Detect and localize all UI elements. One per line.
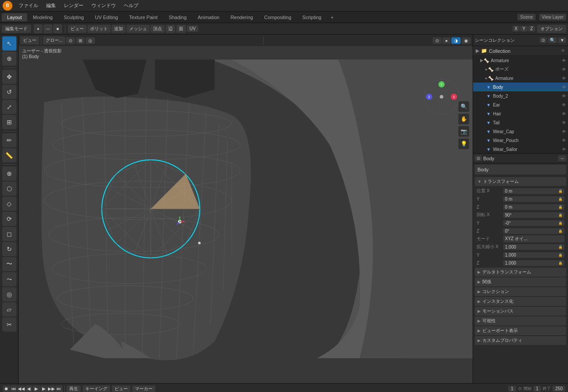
- bevel-tool[interactable]: ◇: [2, 197, 16, 211]
- options-button[interactable]: オプション: [537, 25, 566, 33]
- outliner-funnel-btn[interactable]: ▼: [558, 37, 566, 43]
- tab-modeling[interactable]: Modeling: [28, 13, 58, 21]
- tab-rendering[interactable]: Rendering: [225, 13, 258, 21]
- marker-menu[interactable]: マーカー: [132, 385, 155, 392]
- wear-cap-eye[interactable]: 👁: [562, 129, 566, 134]
- rot-z-field[interactable]: 0° 🔒: [503, 228, 564, 234]
- select-tool[interactable]: ↖: [2, 36, 16, 51]
- add-menu[interactable]: 追加: [111, 25, 126, 33]
- lamp-viewport-btn[interactable]: 💡: [458, 139, 469, 149]
- visibility-section[interactable]: ▶ 可視性: [475, 317, 566, 325]
- face-menu[interactable]: 面: [176, 25, 186, 33]
- camera-viewport-btn[interactable]: 📷: [458, 126, 469, 137]
- gizmo-z-axis[interactable]: Z: [426, 94, 432, 100]
- rot-y-field[interactable]: -0° 🔒: [503, 220, 564, 226]
- edge-menu[interactable]: 辺: [166, 25, 175, 33]
- outliner-search-btn[interactable]: 🔍: [548, 37, 557, 43]
- viewport-3d[interactable]: ビュー グロー... ⊙ ⊞ ◎ ⊙ ● ◑ ◉ ユーザー - 透視投影 (1)…: [19, 35, 473, 383]
- tab-scripting[interactable]: Scripting: [297, 13, 327, 21]
- scale-tool[interactable]: ⤢: [2, 100, 16, 114]
- skip-end-btn[interactable]: ⏭: [55, 385, 63, 392]
- shrink-fatten-tool[interactable]: ◎: [2, 287, 16, 301]
- pos-x-field[interactable]: 0 m 🔒: [503, 188, 564, 194]
- smooth-tool[interactable]: 〜: [2, 257, 16, 271]
- armature-eye[interactable]: 👁: [562, 58, 566, 63]
- tab-uv-editing[interactable]: UV Editing: [90, 13, 123, 21]
- tab-shading[interactable]: Shading: [163, 13, 192, 21]
- edge-slide-tool[interactable]: ⤳: [2, 272, 16, 286]
- x-axis-toggle[interactable]: X: [513, 26, 520, 32]
- delta-transform-section[interactable]: ▶ デルタトランスフォーム: [475, 268, 566, 277]
- rotate-tool[interactable]: ↺: [2, 85, 16, 99]
- pos-z-field[interactable]: 0 m 🔒: [503, 204, 564, 210]
- tab-sculpting[interactable]: Sculpting: [59, 13, 89, 21]
- outliner-pose[interactable]: ▸ 🦴 ポーズ 👁: [473, 65, 568, 74]
- prev-frame-btn[interactable]: ◀: [25, 385, 32, 392]
- transform-section-header[interactable]: ▼ トランスフォーム: [475, 177, 566, 186]
- menu-help[interactable]: ヘルプ: [120, 1, 142, 10]
- view-timeline-menu[interactable]: ビュー: [112, 385, 130, 392]
- rot-mode-field[interactable]: XYZ オイ...: [503, 235, 564, 242]
- hand-viewport-btn[interactable]: ✋: [458, 114, 469, 124]
- tab-animation[interactable]: Animation: [193, 13, 225, 21]
- ear-eye[interactable]: 👁: [562, 103, 566, 107]
- play-btn[interactable]: ▶: [33, 385, 40, 392]
- vertex-mode-btn[interactable]: ●: [34, 24, 43, 33]
- viewport-display-section[interactable]: ▶ ビューポート表示: [475, 326, 566, 335]
- render-shade-btn[interactable]: ◉: [462, 37, 471, 44]
- menu-edit[interactable]: 編集: [43, 1, 59, 10]
- material-shade-btn[interactable]: ◑: [451, 37, 461, 44]
- props-filter-btn[interactable]: ⊙: [475, 155, 482, 161]
- scene-selector[interactable]: Scene: [517, 14, 535, 20]
- rip-region-tool[interactable]: ✂: [2, 317, 16, 332]
- solid-shade-btn[interactable]: ●: [442, 37, 450, 44]
- outliner-wear-sailor[interactable]: ▼ Wear_Sailor 👁: [473, 145, 568, 154]
- edge-mode-btn[interactable]: —: [43, 24, 52, 33]
- search-viewport-btn[interactable]: 🔍: [458, 101, 469, 112]
- spin-tool[interactable]: ↻: [2, 242, 16, 256]
- z-axis-toggle[interactable]: Z: [528, 26, 535, 32]
- measure-tool[interactable]: 📏: [2, 148, 16, 162]
- skip-start-btn[interactable]: ⏮: [10, 385, 17, 392]
- blender-logo[interactable]: B: [3, 1, 12, 11]
- y-axis-toggle[interactable]: Y: [520, 26, 528, 32]
- transform-tool[interactable]: ⊞: [2, 115, 16, 129]
- gizmo-y-axis[interactable]: Y: [438, 81, 445, 87]
- wireframe-shade-btn[interactable]: ⊙: [433, 37, 442, 44]
- loop-cut-tool[interactable]: ⟳: [2, 212, 16, 226]
- scale-x-field[interactable]: 1.000 🔒: [503, 244, 564, 250]
- relations-section[interactable]: ▶ 関係: [475, 277, 566, 286]
- body-eye[interactable]: 👁: [562, 85, 566, 90]
- collection-eye[interactable]: 👁: [561, 48, 565, 53]
- move-tool[interactable]: ✥: [2, 70, 16, 84]
- pose-eye[interactable]: 👁: [562, 67, 566, 72]
- prev-keyframe-btn[interactable]: ◀◀: [18, 385, 25, 392]
- view-layer-selector[interactable]: View Layer: [539, 14, 566, 20]
- outliner-filter-btn[interactable]: ⊙: [540, 37, 547, 43]
- mesh-menu[interactable]: メッシュ: [126, 25, 150, 33]
- viewport-overlay-btn[interactable]: グロー...: [43, 36, 65, 44]
- uv-menu[interactable]: UV: [187, 25, 198, 32]
- outliner-hair[interactable]: ▼ Hair 👁: [473, 109, 568, 118]
- keying-menu[interactable]: キーイング: [83, 385, 110, 392]
- viewport-gizmo[interactable]: X Y Z: [424, 79, 459, 115]
- viewport-view-menu[interactable]: ビュー: [20, 36, 39, 44]
- playback-menu[interactable]: 再生: [67, 385, 81, 392]
- add-workspace-button[interactable]: +: [327, 13, 337, 21]
- hair-eye[interactable]: 👁: [562, 111, 566, 116]
- armature-child-eye[interactable]: 👁: [562, 76, 566, 81]
- collection-label[interactable]: Collection: [489, 48, 510, 54]
- rot-x-field[interactable]: 90° 🔒: [503, 212, 564, 218]
- collections-section[interactable]: ▶ コレクション: [475, 287, 566, 296]
- record-btn[interactable]: ⏺: [3, 385, 10, 392]
- outliner-wear-cap[interactable]: ▼ Wear_Cap 👁: [473, 127, 568, 136]
- face-mode-btn[interactable]: ■: [53, 24, 62, 33]
- outliner-wear-pouch[interactable]: ▼ Wear_Pouch 👁: [473, 136, 568, 145]
- cursor-tool[interactable]: ⊕: [2, 51, 16, 66]
- outliner-ear[interactable]: ▼ Ear 👁: [473, 100, 568, 109]
- outliner-tail[interactable]: ▼ Tail 👁: [473, 118, 568, 127]
- outliner-body2[interactable]: ▼ Body_2 👁: [473, 91, 568, 100]
- gizmo-x-axis[interactable]: X: [451, 94, 457, 100]
- outliner-armature-child[interactable]: ▸ 🦴 Armature 👁: [473, 74, 568, 83]
- custom-props-section[interactable]: ▶ カスタムプロパティ: [475, 336, 566, 345]
